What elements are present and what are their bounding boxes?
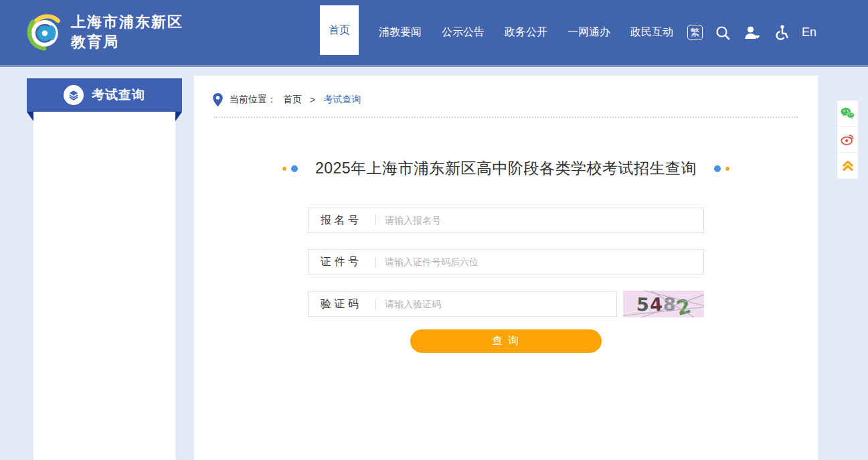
- content-panel: 当前位置： 首页 > 考试查询 2025年上海市浦东新区高中阶段各类学校考试招生…: [194, 76, 818, 460]
- agency-name-line2: 教育局: [71, 32, 183, 52]
- agency-name: 上海市浦东新区 教育局: [71, 12, 183, 52]
- agency-name-line1: 上海市浦东新区: [71, 12, 183, 32]
- deco-dot-orange: [282, 167, 286, 171]
- sidebar-ribbon-fold-left: [27, 112, 33, 121]
- title-deco-dots-right: [714, 165, 729, 172]
- breadcrumb-label: 当前位置：: [230, 94, 276, 106]
- floating-share-bar: [837, 100, 858, 179]
- sidebar-panel: [33, 112, 175, 460]
- registration-number-label: 报 名 号: [321, 214, 365, 228]
- header-utils: 繁 En: [687, 0, 816, 65]
- deco-dot-blue: [714, 165, 721, 172]
- registration-number-input[interactable]: [385, 208, 703, 232]
- deco-dot-blue: [291, 165, 298, 172]
- breadcrumb-home-link[interactable]: 首页: [283, 94, 302, 106]
- breadcrumb: 当前位置： 首页 > 考试查询: [194, 76, 818, 106]
- field-divider: [375, 299, 376, 309]
- title-deco-dots-left: [282, 165, 298, 172]
- layers-icon: [64, 85, 84, 105]
- nav-item-gov-affairs[interactable]: 政务公开: [505, 25, 547, 40]
- dotted-divider: [214, 117, 798, 118]
- nav-item-home[interactable]: 首页: [320, 5, 359, 55]
- header-bar: 上海市浦东新区 教育局 首页 浦教要闻 公示公告 政务公开 一网通办 政民互动 …: [0, 0, 868, 67]
- breadcrumb-separator: >: [310, 94, 315, 105]
- main-nav: 首页 浦教要闻 公示公告 政务公开 一网通办 政民互动: [320, 0, 673, 65]
- back-to-top-icon[interactable]: [837, 153, 858, 179]
- breadcrumb-current-link[interactable]: 考试查询: [323, 94, 361, 106]
- sidebar-item-exam-query[interactable]: 考试查询: [27, 78, 182, 112]
- page-title: 2025年上海市浦东新区高中阶段各类学校考试招生查询: [315, 158, 697, 179]
- exam-query-form: 报 名 号 证 件 号 验 证 码 5 4 8 2: [308, 208, 704, 353]
- sidebar-ribbon-fold-right: [175, 112, 182, 121]
- captcha-input[interactable]: [385, 292, 616, 316]
- captcha-row: 验 证 码 5 4 8 2: [308, 291, 704, 317]
- elderly-user-icon[interactable]: [743, 24, 760, 42]
- field-divider: [375, 256, 376, 267]
- deco-dot-orange: [725, 167, 729, 171]
- nav-item-one-stop-service[interactable]: 一网通办: [568, 25, 610, 40]
- accessibility-icon[interactable]: [772, 24, 790, 42]
- field-divider: [375, 215, 376, 226]
- captcha-image[interactable]: 5 4 8 2: [623, 291, 704, 317]
- nav-item-announcements[interactable]: 公示公告: [442, 25, 485, 40]
- id-number-row: 证 件 号: [308, 249, 704, 275]
- agency-logo[interactable]: 上海市浦东新区 教育局: [24, 10, 183, 54]
- location-pin-icon: [213, 93, 223, 106]
- registration-number-row: 报 名 号: [308, 208, 704, 233]
- query-submit-button[interactable]: 查 询: [410, 329, 602, 353]
- id-number-input[interactable]: [385, 250, 703, 274]
- nav-item-public-interaction[interactable]: 政民互动: [630, 25, 673, 40]
- captcha-input-row: 验 证 码: [308, 291, 617, 317]
- captcha-label: 验 证 码: [321, 297, 365, 311]
- wechat-share-icon[interactable]: [837, 100, 858, 127]
- captcha-digit: 5: [636, 295, 650, 313]
- weibo-share-icon[interactable]: [837, 127, 858, 153]
- sidebar-item-label: 考试查询: [92, 86, 145, 104]
- traditional-chinese-toggle[interactable]: 繁: [687, 25, 703, 40]
- search-icon[interactable]: [715, 25, 731, 41]
- nav-item-news[interactable]: 浦教要闻: [379, 25, 422, 40]
- english-toggle[interactable]: En: [802, 25, 816, 40]
- id-number-label: 证 件 号: [321, 255, 365, 269]
- agency-logo-icon: [24, 10, 64, 54]
- page-title-row: 2025年上海市浦东新区高中阶段各类学校考试招生查询: [194, 158, 818, 179]
